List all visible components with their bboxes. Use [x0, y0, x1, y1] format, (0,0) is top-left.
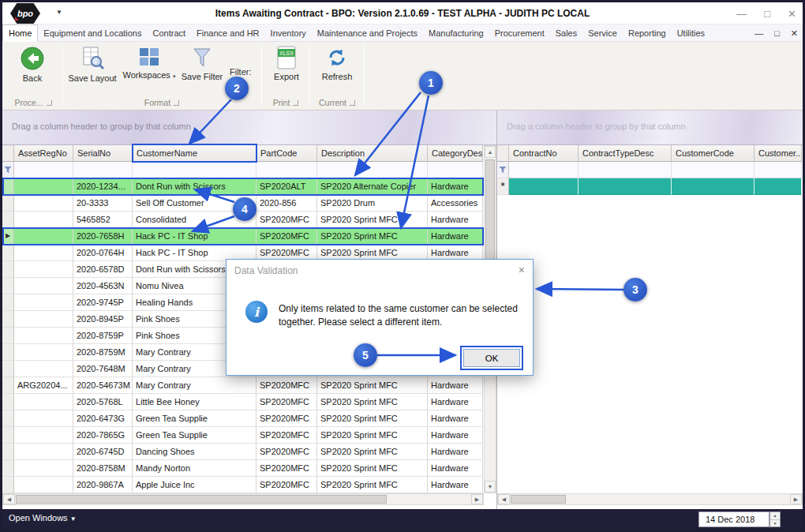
cell-customer[interactable]: Little Bee Honey	[133, 394, 256, 410]
table-row[interactable]: 2020-6473GGreen Tea SupplieSP2020MFCSP20…	[2, 410, 483, 427]
tab-utilities[interactable]: Utilities	[672, 25, 710, 43]
filter-cell[interactable]	[509, 162, 578, 178]
cell-asset[interactable]	[14, 178, 73, 195]
column-header-description[interactable]: Description	[317, 145, 428, 162]
tab-inventory[interactable]: Inventory	[265, 25, 312, 43]
table-row[interactable]: 2020-1234...Dont Run with ScissorsSP2020…	[2, 178, 483, 195]
scrollbar-thumb[interactable]	[16, 495, 387, 504]
workspaces-button[interactable]: Workspaces ▾	[122, 46, 176, 80]
cell-customer[interactable]: Dont Run with Scissors	[133, 178, 256, 195]
cell-asset[interactable]	[14, 245, 73, 261]
new-row-cell[interactable]	[672, 178, 754, 195]
cell-category[interactable]: Hardware	[428, 410, 483, 427]
tab-home[interactable]: Home	[2, 24, 38, 42]
workspaces-dropdown-icon[interactable]: ▾	[173, 73, 176, 79]
filter-cell[interactable]	[428, 162, 483, 178]
cell-serial[interactable]: 2020-54673M	[73, 377, 133, 394]
filter-cell[interactable]	[73, 162, 133, 178]
cell-part[interactable]: SP2020MFC	[256, 410, 317, 427]
tab-service[interactable]: Service	[582, 25, 623, 43]
column-header-customername[interactable]: CustomerName	[133, 145, 256, 162]
cell-desc[interactable]: SP2020 Sprint MFC	[317, 377, 428, 394]
cell-customer[interactable]: Mandy Norton	[133, 460, 256, 477]
table-row[interactable]: 2020-8758MMandy NortonSP2020MFCSP2020 Sp…	[2, 460, 483, 477]
cell-serial[interactable]: 2020-6745D	[73, 444, 133, 460]
cell-part[interactable]: SP2020MFC	[256, 212, 317, 228]
open-windows-button[interactable]: Open Windows ▼	[9, 513, 77, 523]
column-header-partcode[interactable]: PartCode	[256, 145, 317, 162]
cell-part[interactable]: SP2020MFC	[256, 444, 317, 460]
cell-asset[interactable]	[14, 444, 73, 460]
scroll-down-icon[interactable]: ▼	[485, 481, 496, 493]
cell-desc[interactable]: SP2020 Sprint MFC	[317, 444, 428, 460]
tab-reporting[interactable]: Reporting	[623, 25, 672, 43]
cell-serial[interactable]: 2020-7658H	[73, 228, 133, 245]
save-layout-button[interactable]: Save Layout	[67, 46, 118, 83]
close-icon[interactable]: ✕	[788, 8, 796, 20]
cell-category[interactable]: Hardware	[428, 212, 483, 228]
filter-row-indicator[interactable]	[497, 162, 509, 178]
cell-asset[interactable]	[14, 344, 73, 361]
cell-serial[interactable]: 5465852	[73, 212, 133, 228]
cell-serial[interactable]: 2020-7648M	[73, 361, 133, 377]
minimize-icon[interactable]: —	[736, 8, 747, 20]
cell-category[interactable]: Hardware	[428, 377, 483, 394]
cell-part[interactable]: SP2020MFC	[256, 460, 317, 477]
new-row-cell[interactable]	[578, 178, 672, 195]
cell-serial[interactable]: 2020-6578D	[73, 261, 133, 278]
dialog-launcher-icon[interactable]	[174, 100, 179, 106]
cell-desc[interactable]: SP2020 Sprint MFC	[317, 410, 428, 427]
mdi-close-icon[interactable]: ✕	[791, 28, 798, 39]
cell-desc[interactable]: SP2020 Sprint MFC	[317, 427, 428, 444]
cell-customer[interactable]: Mary Contrary	[133, 377, 256, 394]
cell-desc[interactable]: SP2020 Sprint MFC	[317, 212, 428, 228]
table-row[interactable]: 2020-9867AApple Juice IncSP2020MFCSP2020…	[2, 477, 483, 493]
table-row[interactable]: 2020-6745DDancing ShoesSP2020MFCSP2020 S…	[2, 444, 483, 460]
cell-serial[interactable]: 2020-8945P	[73, 311, 133, 328]
dialog-launcher-icon[interactable]	[350, 100, 355, 106]
cell-desc[interactable]: SP2020 Sprint MFC	[317, 228, 428, 245]
cell-asset[interactable]	[14, 212, 73, 228]
cell-serial[interactable]: 2020-8758M	[73, 460, 133, 477]
group-by-panel[interactable]: Drag a column header to group by that co…	[497, 111, 803, 145]
column-header-contractno[interactable]: ContractNo	[509, 145, 578, 162]
cell-asset[interactable]	[14, 410, 73, 427]
cell-asset[interactable]	[14, 278, 73, 294]
tab-equipment-and-locations[interactable]: Equipment and Locations	[38, 25, 147, 43]
tab-maintenance-and-projects[interactable]: Maintenance and Projects	[312, 25, 423, 43]
cell-part[interactable]: SP2020MFC	[256, 477, 317, 493]
column-header-customer[interactable]: Customer...	[754, 145, 802, 162]
column-header-contracttypedesc[interactable]: ContractTypeDesc	[578, 145, 672, 162]
cell-category[interactable]: Hardware	[428, 477, 483, 493]
filter-row-indicator[interactable]	[2, 162, 14, 178]
cell-serial[interactable]: 2020-8759P	[73, 328, 133, 344]
cell-part[interactable]: SP2020MFC	[256, 228, 317, 245]
scroll-right-icon[interactable]: ▶	[790, 494, 802, 504]
spinner-down-icon[interactable]: ▼	[770, 519, 780, 526]
scroll-left-icon[interactable]: ◀	[3, 494, 15, 504]
cell-desc[interactable]: SP2020 Sprint MFC	[317, 477, 428, 493]
save-filter-button[interactable]: Save Filter	[178, 46, 227, 81]
cell-desc[interactable]: SP2020 Drum	[317, 195, 428, 212]
scroll-left-icon[interactable]: ◀	[498, 494, 510, 504]
column-header-serialno[interactable]: SerialNo	[73, 145, 133, 162]
new-row-cell[interactable]	[509, 178, 578, 195]
scrollbar-thumb[interactable]	[511, 495, 566, 504]
table-row[interactable]: 20-3333Sell Off Customer2020-856SP2020 D…	[2, 195, 483, 212]
dialog-title[interactable]: Data Validation	[234, 265, 298, 276]
cell-asset[interactable]	[14, 261, 73, 278]
date-field[interactable]: 14 Dec 2018	[698, 511, 769, 527]
cell-customer[interactable]: Consolidated	[133, 212, 256, 228]
cell-asset[interactable]	[14, 394, 73, 410]
tab-manufacturing[interactable]: Manufacturing	[423, 25, 489, 43]
spinner-up-icon[interactable]: ▲	[770, 512, 780, 519]
dialog-launcher-icon[interactable]	[293, 100, 298, 106]
filter-cell[interactable]	[14, 162, 73, 178]
cell-category[interactable]: Hardware	[428, 427, 483, 444]
close-icon[interactable]: ×	[519, 264, 525, 276]
tab-sales[interactable]: Sales	[550, 25, 583, 43]
table-row[interactable]: ▶2020-7658HHack PC - IT ShopSP2020MFCSP2…	[2, 228, 483, 245]
filter-cell[interactable]	[672, 162, 754, 178]
cell-customer[interactable]: Dancing Shoes	[133, 444, 256, 460]
cell-asset[interactable]	[14, 294, 73, 311]
